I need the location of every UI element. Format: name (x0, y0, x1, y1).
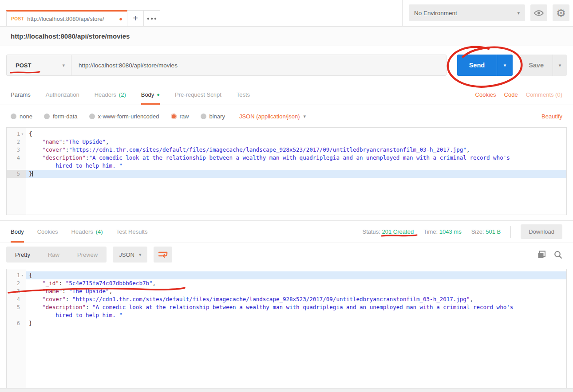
view-raw-button[interactable]: Raw (39, 251, 68, 258)
response-section: Body Cookies Headers (4) Test Results St… (0, 220, 573, 388)
wrap-lines-button[interactable] (154, 247, 172, 263)
code-line: 4 "description":"A comedic look at the r… (7, 154, 566, 162)
size-label: Size: (471, 228, 484, 235)
request-body-editor[interactable]: 1▾{2 "name":"The Upside",3 "cover":"http… (6, 127, 567, 215)
tab-headers[interactable]: Headers (2) (95, 84, 126, 105)
unsaved-dot-icon: ● (119, 16, 123, 22)
tab-label: Headers (71, 228, 93, 235)
request-editor-lines: 1▾{2 "name":"The Upside",3 "cover":"http… (7, 128, 566, 178)
status-badge: Status: 201 Created (362, 228, 414, 235)
status-footer (0, 388, 573, 392)
response-body-editor[interactable]: 1▾{2 "_id": "5c4e715fa74c07dbbb6ecb7b",3… (6, 269, 567, 388)
method-url-group: POST ▾ (6, 55, 447, 76)
tab-body[interactable]: Body ● (141, 84, 160, 105)
content-type-dropdown[interactable]: JSON (application/json) ▾ (239, 113, 306, 120)
download-button[interactable]: Download (521, 224, 562, 239)
radio-icon (89, 114, 95, 119)
code-line: 1▾{ (7, 130, 566, 138)
comments-link[interactable]: Comments (0) (526, 91, 562, 98)
tab-label: Params (11, 91, 31, 98)
environment-quicklook-button[interactable] (530, 4, 547, 21)
tab-tests[interactable]: Tests (237, 84, 250, 105)
line-number: 6 (7, 319, 26, 327)
cookies-link[interactable]: Cookies (475, 91, 496, 98)
chevron-down-icon: ▾ (303, 114, 306, 119)
method-dropdown[interactable]: POST ▾ (7, 55, 71, 75)
request-builder-bar: POST ▾ Send ▾ Save ▾ (0, 46, 573, 84)
settings-button[interactable]: ⚙ (553, 4, 569, 21)
code-line: 5} (7, 170, 566, 178)
radio-x-www-form-urlencoded[interactable]: x-www-form-urlencoded (89, 113, 159, 120)
send-button[interactable]: Send (457, 55, 497, 76)
code-line: 6} (7, 319, 566, 327)
tab-authorization[interactable]: Authorization (46, 84, 79, 105)
code-text: "cover":"https://cdn1.thr.com/sites/defa… (26, 146, 566, 154)
radio-binary[interactable]: binary (201, 113, 225, 120)
radio-none[interactable]: none (11, 113, 32, 120)
tab-pre-request-script[interactable]: Pre-request Script (175, 84, 221, 105)
view-preview-button[interactable]: Preview (68, 251, 107, 258)
save-button[interactable]: Save (520, 55, 553, 76)
search-icon[interactable] (554, 251, 562, 259)
request-tab-links: Cookies Code Comments (0) (475, 84, 562, 105)
method-value: POST (16, 62, 31, 69)
more-tabs-button[interactable] (144, 10, 160, 26)
time-value: 1043 ms (439, 228, 462, 235)
radio-icon (11, 114, 16, 119)
code-text: "cover": "https://cdn1.thr.com/sites/def… (26, 295, 566, 303)
copy-icon[interactable] (537, 251, 546, 259)
code-line: 3 "name": "The Upside", (7, 287, 566, 295)
gear-icon: ⚙ (556, 8, 566, 19)
code-text: "_id": "5c4e715fa74c07dbbb6ecb7b", (26, 279, 566, 287)
line-number: 5 (7, 170, 26, 178)
save-options-button[interactable]: ▾ (553, 55, 567, 76)
request-tab[interactable]: POST http://localhost:8080/api/store/ ● (6, 10, 127, 26)
radio-label: binary (209, 113, 225, 120)
radio-form-data[interactable]: form-data (44, 113, 78, 120)
radio-raw[interactable]: raw (171, 113, 189, 120)
headers-count-badge: (4) (96, 228, 103, 235)
divider (510, 226, 511, 238)
new-tab-button[interactable]: + (127, 10, 144, 26)
body-type-row: none form-data x-www-form-urlencoded raw… (0, 105, 573, 127)
chevron-down-icon: ▾ (517, 10, 520, 16)
send-options-button[interactable]: ▾ (497, 55, 513, 76)
line-number: 4 (7, 154, 26, 162)
environment-selector[interactable]: No Environment ▾ (409, 4, 525, 21)
tab-test-results[interactable]: Test Results (116, 221, 148, 243)
tab-label: Body (11, 228, 24, 235)
tab-response-cookies[interactable]: Cookies (37, 221, 58, 243)
response-view-actions (537, 251, 567, 259)
tab-label: Authorization (46, 91, 79, 98)
response-format-dropdown[interactable]: JSON ▾ (113, 247, 147, 263)
code-text: } (26, 319, 566, 327)
ellipsis-icon (147, 17, 157, 20)
size-badge: Size: 501 B (471, 228, 501, 235)
code-link[interactable]: Code (504, 91, 518, 98)
environment-area: No Environment ▾ ⚙ (402, 0, 573, 26)
tab-label: Headers (95, 91, 116, 98)
fold-toggle-icon[interactable]: ▾ (20, 132, 25, 136)
request-title-row: http://localhost:8080/api/store/movies (0, 27, 573, 46)
send-split-button: Send ▾ (457, 55, 513, 76)
radio-selected-icon (171, 114, 177, 119)
size-value: 501 B (486, 228, 501, 235)
tab-response-body[interactable]: Body (11, 221, 24, 243)
code-text: "description": "A comedic look at the re… (26, 303, 566, 311)
beautify-link[interactable]: Beautify (541, 113, 562, 120)
code-text: hired to help him. " (26, 311, 566, 319)
tab-response-headers[interactable]: Headers (4) (71, 221, 103, 243)
url-input[interactable] (71, 55, 446, 75)
word-wrap-icon (158, 251, 168, 259)
response-editor-lines: 1▾{2 "_id": "5c4e715fa74c07dbbb6ecb7b",3… (7, 269, 566, 327)
request-tabs: Params Authorization Headers (2) Body ● … (0, 84, 573, 105)
code-line: 4 "cover": "https://cdn1.thr.com/sites/d… (7, 295, 566, 303)
code-text: { (26, 130, 566, 138)
fold-toggle-icon[interactable]: ▾ (20, 273, 25, 278)
tab-params[interactable]: Params (11, 84, 31, 105)
view-pretty-button[interactable]: Pretty (6, 251, 39, 258)
response-tabs: Body Cookies Headers (4) Test Results St… (0, 221, 573, 243)
line-number: 1▾ (7, 271, 26, 279)
eye-icon (533, 9, 544, 17)
radio-label: x-www-form-urlencoded (98, 113, 159, 120)
